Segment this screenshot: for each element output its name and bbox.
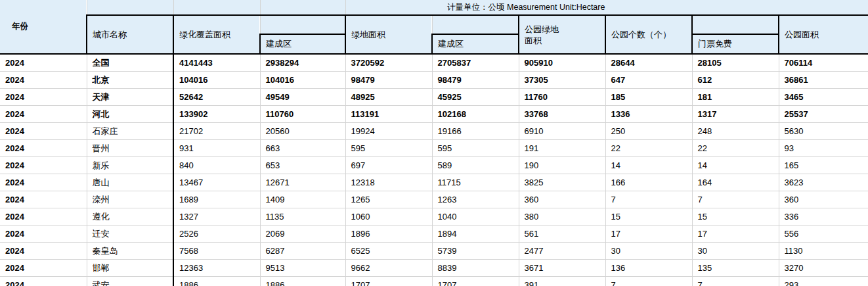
- value-cell[interactable]: 7: [692, 191, 779, 208]
- year-cell[interactable]: 2024: [0, 140, 87, 157]
- value-cell[interactable]: 11760: [519, 89, 605, 106]
- value-cell[interactable]: 3270: [779, 260, 868, 277]
- measurement-unit-note[interactable]: 计量单位：公顷 Measurement Unit:Hectare: [345, 0, 868, 15]
- value-cell[interactable]: 30: [692, 243, 779, 260]
- empty-cell[interactable]: [260, 15, 345, 34]
- value-cell[interactable]: 5739: [432, 243, 519, 260]
- year-cell[interactable]: 2024: [0, 243, 87, 260]
- value-cell[interactable]: 2705837: [432, 54, 519, 72]
- value-cell[interactable]: 2069: [260, 226, 345, 243]
- value-cell[interactable]: 181: [692, 89, 779, 106]
- header-cell-city[interactable]: 城市名称: [87, 15, 173, 54]
- value-cell[interactable]: 9662: [345, 260, 432, 277]
- value-cell[interactable]: 248: [692, 123, 779, 140]
- value-cell[interactable]: 1263: [432, 191, 519, 208]
- value-cell[interactable]: 12671: [260, 174, 345, 191]
- value-cell[interactable]: 98479: [345, 72, 432, 89]
- year-cell[interactable]: 2024: [0, 54, 87, 72]
- value-cell[interactable]: 25537: [779, 106, 868, 123]
- value-cell[interactable]: 612: [692, 72, 779, 89]
- year-cell[interactable]: 2024: [0, 106, 87, 123]
- header-cell-built-up-area-coverage[interactable]: 建成区: [260, 34, 345, 54]
- value-cell[interactable]: 589: [432, 157, 519, 174]
- value-cell[interactable]: 8839: [432, 260, 519, 277]
- value-cell[interactable]: 3825: [519, 174, 605, 191]
- value-cell[interactable]: 556: [779, 226, 868, 243]
- header-cell-green-coverage-area[interactable]: 绿化覆盖面积: [173, 15, 260, 54]
- value-cell[interactable]: 7: [605, 277, 692, 286]
- value-cell[interactable]: 28644: [605, 54, 692, 72]
- value-cell[interactable]: 2526: [173, 226, 260, 243]
- value-cell[interactable]: 3623: [779, 174, 868, 191]
- value-cell[interactable]: 2477: [519, 243, 605, 260]
- value-cell[interactable]: 14: [605, 157, 692, 174]
- city-cell[interactable]: 天津: [87, 89, 173, 106]
- value-cell[interactable]: 98479: [432, 72, 519, 89]
- header-cell-year[interactable]: 年份: [0, 0, 87, 54]
- value-cell[interactable]: 336: [779, 208, 868, 226]
- value-cell[interactable]: 22: [605, 140, 692, 157]
- city-cell[interactable]: 新乐: [87, 157, 173, 174]
- value-cell[interactable]: 166: [605, 174, 692, 191]
- value-cell[interactable]: 15: [605, 208, 692, 226]
- year-cell[interactable]: 2024: [0, 226, 87, 243]
- value-cell[interactable]: 21702: [173, 123, 260, 140]
- city-cell[interactable]: 唐山: [87, 174, 173, 191]
- value-cell[interactable]: 28105: [692, 54, 779, 72]
- value-cell[interactable]: 1894: [432, 226, 519, 243]
- value-cell[interactable]: 7568: [173, 243, 260, 260]
- value-cell[interactable]: 1265: [345, 191, 432, 208]
- value-cell[interactable]: 1317: [692, 106, 779, 123]
- year-cell[interactable]: 2024: [0, 191, 87, 208]
- value-cell[interactable]: 12363: [173, 260, 260, 277]
- value-cell[interactable]: 52642: [173, 89, 260, 106]
- value-cell[interactable]: 113191: [345, 106, 432, 123]
- value-cell[interactable]: 6525: [345, 243, 432, 260]
- value-cell[interactable]: 6287: [260, 243, 345, 260]
- city-cell[interactable]: 秦皇岛: [87, 243, 173, 260]
- header-cell-free-admission[interactable]: 门票免费: [692, 34, 779, 54]
- value-cell[interactable]: 49549: [260, 89, 345, 106]
- value-cell[interactable]: 905910: [519, 54, 605, 72]
- value-cell[interactable]: 1707: [345, 277, 432, 286]
- value-cell[interactable]: 165: [779, 157, 868, 174]
- value-cell[interactable]: 7: [605, 191, 692, 208]
- value-cell[interactable]: 17: [692, 226, 779, 243]
- city-cell[interactable]: 石家庄: [87, 123, 173, 140]
- value-cell[interactable]: 1886: [260, 277, 345, 286]
- empty-cell[interactable]: [692, 15, 779, 34]
- value-cell[interactable]: 136: [605, 260, 692, 277]
- value-cell[interactable]: 102168: [432, 106, 519, 123]
- value-cell[interactable]: 5630: [779, 123, 868, 140]
- value-cell[interactable]: 48925: [345, 89, 432, 106]
- value-cell[interactable]: 3671: [519, 260, 605, 277]
- header-cell-green-space-area[interactable]: 绿地面积: [345, 15, 432, 54]
- value-cell[interactable]: 6910: [519, 123, 605, 140]
- year-cell[interactable]: 2024: [0, 277, 87, 286]
- value-cell[interactable]: 1336: [605, 106, 692, 123]
- value-cell[interactable]: 1886: [173, 277, 260, 286]
- city-cell[interactable]: 滦州: [87, 191, 173, 208]
- value-cell[interactable]: 647: [605, 72, 692, 89]
- value-cell[interactable]: 360: [779, 191, 868, 208]
- value-cell[interactable]: 1707: [432, 277, 519, 286]
- empty-cell[interactable]: [173, 0, 260, 15]
- value-cell[interactable]: 293: [779, 277, 868, 286]
- value-cell[interactable]: 33768: [519, 106, 605, 123]
- value-cell[interactable]: 697: [345, 157, 432, 174]
- value-cell[interactable]: 11715: [432, 174, 519, 191]
- value-cell[interactable]: 1060: [345, 208, 432, 226]
- value-cell[interactable]: 250: [605, 123, 692, 140]
- year-cell[interactable]: 2024: [0, 89, 87, 106]
- value-cell[interactable]: 190: [519, 157, 605, 174]
- value-cell[interactable]: 104016: [260, 72, 345, 89]
- value-cell[interactable]: 185: [605, 89, 692, 106]
- value-cell[interactable]: 14: [692, 157, 779, 174]
- value-cell[interactable]: 15: [692, 208, 779, 226]
- value-cell[interactable]: 840: [173, 157, 260, 174]
- value-cell[interactable]: 391: [519, 277, 605, 286]
- value-cell[interactable]: 1896: [345, 226, 432, 243]
- value-cell[interactable]: 931: [173, 140, 260, 157]
- value-cell[interactable]: 561: [519, 226, 605, 243]
- value-cell[interactable]: 37305: [519, 72, 605, 89]
